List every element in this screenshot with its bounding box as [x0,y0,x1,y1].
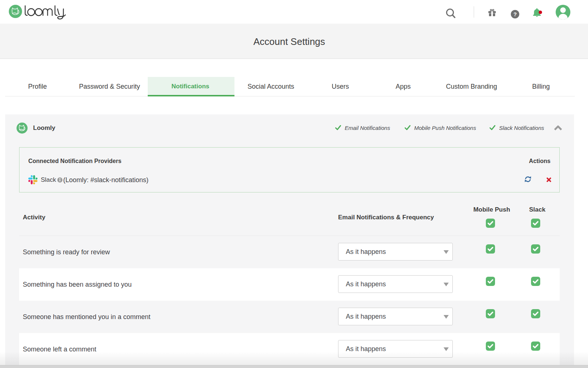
svg-text:?: ? [513,11,517,17]
